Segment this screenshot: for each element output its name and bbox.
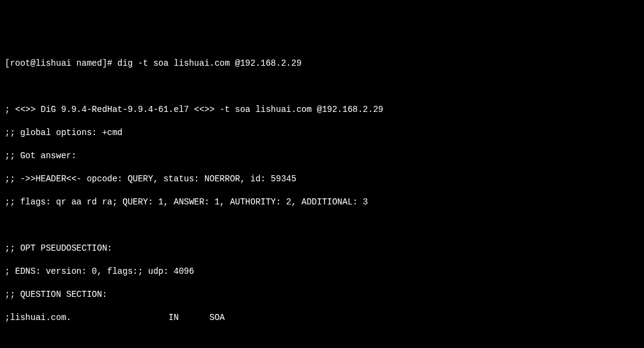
prompt-line: [root@lishuai named]# dig -t soa lishuai… <box>5 58 639 69</box>
terminal[interactable]: [root@lishuai named]# dig -t soa lishuai… <box>0 46 644 348</box>
output-line: ;; ->>HEADER<<- opcode: QUERY, status: N… <box>5 173 639 185</box>
output-line: ;; flags: qr aa rd ra; QUERY: 1, ANSWER:… <box>5 197 639 208</box>
output-line: ;; QUESTION SECTION: <box>5 289 639 301</box>
output-line: ;; global options: +cmd <box>5 127 639 139</box>
output-line: ; EDNS: version: 0, flags:; udp: 4096 <box>5 266 639 277</box>
output-line: ; <<>> DiG 9.9.4-RedHat-9.9.4-61.el7 <<>… <box>5 104 639 116</box>
output-line <box>5 220 639 231</box>
output-line: ;lishuai.com. IN SOA <box>5 312 639 324</box>
output-line <box>5 81 639 92</box>
output-line <box>5 335 639 347</box>
output-line: ;; Got answer: <box>5 150 639 162</box>
output-line: ;; OPT PSEUDOSECTION: <box>5 243 639 254</box>
